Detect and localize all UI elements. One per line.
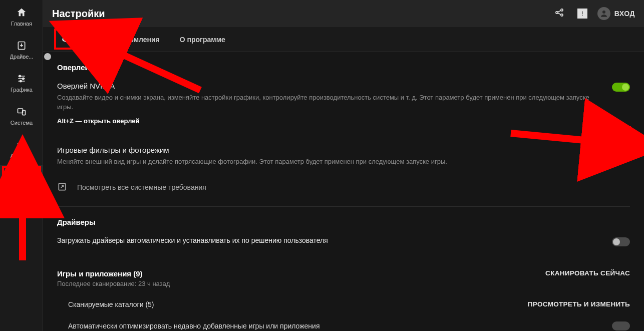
sidebar-item-home[interactable]: Главная [0,0,43,33]
svg-point-3 [20,80,22,82]
gear-icon [16,172,28,184]
home-icon [16,7,28,19]
scan-now-button[interactable]: СКАНИРОВАТЬ СЕЙЧАС [545,269,630,277]
annotation-arrow-to-toggle [506,123,606,158]
sidebar-item-label: Драйве... [10,54,34,60]
setting-desc: Создавайте видео и снимки экрана, изменя… [57,93,590,112]
section-games-apps: Игры и приложения (9) Последнее сканиров… [57,269,630,287]
setting-title: Загружать драйверы автоматически и устан… [57,236,590,244]
svg-point-2 [23,78,24,79]
sidebar: Главная Драйве... Графика Система Активи… [0,0,43,331]
setting-desc: Меняйте внешний вид игры и делайте потря… [57,157,590,167]
page-title: Настройки [52,8,105,20]
link-text: Посмотреть все системные требования [77,183,206,191]
svg-point-10 [602,11,605,14]
sidebar-item-label: Система [11,120,33,126]
svg-line-14 [511,133,595,141]
toggle-game-filters[interactable] [612,147,630,156]
share-button[interactable] [551,6,567,22]
toggle-overlay-nvidia[interactable] [612,83,630,92]
row-scan-directories: Сканируемые каталоги (5) ПРОСМОТРЕТЬ И И… [57,300,630,308]
sliders-icon [16,73,28,85]
svg-point-1 [19,75,21,77]
alert-icon [577,9,587,19]
feedback-button[interactable] [574,6,590,22]
share-icon [554,8,564,20]
toggle-auto-optimize[interactable] [612,321,630,330]
devices-icon [16,106,28,118]
last-scan-text: Последнее сканирование: 23 ч назад [57,280,170,287]
open-external-icon [57,182,67,193]
sidebar-item-label: Главная [11,21,32,27]
auto-optimize-title: Автоматически оптимизировать недавно доб… [68,322,319,330]
section-title-drivers: Драйверы [57,218,630,226]
sidebar-item-label: Активи... [11,153,33,159]
annotation-arrow-to-tab [100,40,205,95]
sidebar-item-settings[interactable]: Настро... [0,165,43,198]
view-edit-dirs-button[interactable]: ПРОСМОТРЕТЬ И ИЗМЕНИТЬ [528,300,630,308]
tab-functions[interactable]: Функции [52,27,103,52]
gift-icon [16,139,28,151]
header: Настройки ВХОД [43,0,644,27]
annotation-arrow-to-sidebar [8,195,43,265]
link-system-requirements[interactable]: Посмотреть все системные требования [57,182,630,193]
svg-line-12 [113,50,200,90]
scan-dirs-title: Сканируемые каталоги (5) [68,300,154,308]
sidebar-item-label: Настро... [10,186,33,192]
row-auto-optimize: Автоматически оптимизировать недавно доб… [57,321,630,330]
divider [57,206,630,207]
login-button[interactable]: ВХОД [597,7,635,20]
sidebar-item-redeem[interactable]: Активи... [0,132,43,165]
login-label: ВХОД [614,10,635,18]
section-title-games: Игры и приложения (9) [57,269,170,278]
sidebar-item-graphics[interactable]: Графика [0,66,43,99]
sidebar-item-system[interactable]: Система [0,99,43,132]
download-icon [16,40,28,52]
setting-auto-download-drivers: Загружать драйверы автоматически и устан… [57,236,630,244]
sidebar-item-drivers[interactable]: Драйве... [0,33,43,66]
sidebar-item-label: Графика [11,87,33,93]
avatar-icon [597,7,610,20]
toggle-auto-download-drivers[interactable] [612,237,630,246]
